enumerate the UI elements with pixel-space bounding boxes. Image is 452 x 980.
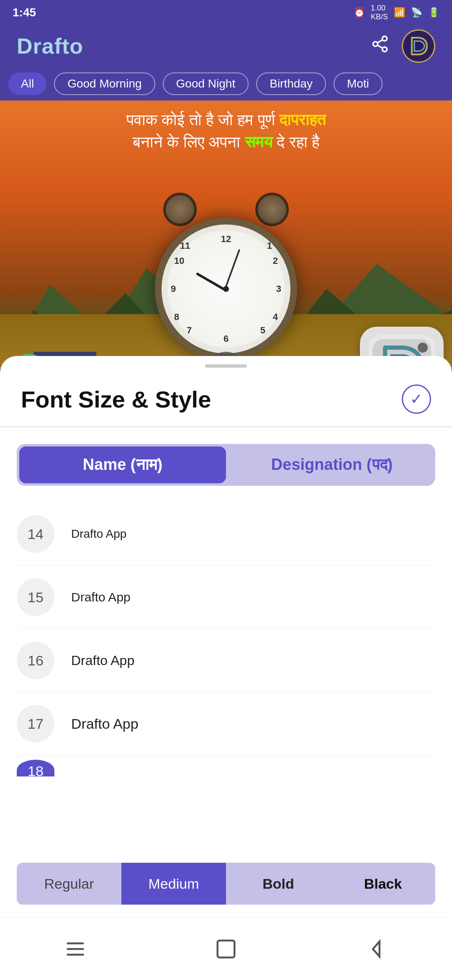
status-icons: ⏰ 1.00KB/S 📶 📡 🔋 — [354, 4, 439, 21]
alarm-icon: ⏰ — [354, 7, 365, 18]
svg-rect-5 — [405, 33, 432, 59]
svg-point-1 — [373, 42, 378, 46]
wifi-icon: 📶 — [394, 7, 405, 18]
clock-body: 12 1 3 6 9 11 2 4 5 7 8 10 — [155, 218, 297, 360]
cat-tab-moti[interactable]: Moti — [334, 72, 383, 95]
cat-tab-good-morning[interactable]: Good Morning — [54, 72, 155, 95]
svg-line-4 — [378, 40, 383, 43]
font-size-item-16[interactable]: 16 Drafto App — [17, 629, 435, 692]
network-icon: 1.00KB/S — [371, 4, 388, 21]
app-title: Drafto — [17, 34, 83, 59]
hindi-text-overlay: पवाक कोई तो है जो हम पूर्ण दापराहत बनाने… — [0, 101, 452, 162]
font-size-item-14[interactable]: 14 Drafto App — [17, 503, 435, 566]
font-size-badge-18: 18 — [17, 760, 54, 776]
style-tabs: Name (नाम) Designation (पद) — [17, 444, 435, 486]
style-btn-regular[interactable]: Regular — [17, 863, 121, 905]
sheet-divider — [0, 426, 452, 427]
bottom-sheet: Font Size & Style ✓ Name (नाम) Designati… — [0, 356, 452, 980]
cat-tab-birthday[interactable]: Birthday — [256, 72, 326, 95]
signal-icon: 📡 — [411, 7, 422, 18]
confirm-button[interactable]: ✓ — [402, 384, 431, 414]
font-preview-17: Drafto App — [71, 716, 139, 732]
svg-rect-15 — [218, 940, 235, 957]
font-size-item-17[interactable]: 17 Drafto App — [17, 692, 435, 756]
sheet-title: Font Size & Style — [21, 386, 211, 413]
hindi-line2: बनाने के लिए अपना समय दे रहा है — [17, 131, 435, 153]
status-bar: 1:45 ⏰ 1.00KB/S 📶 📡 🔋 — [0, 0, 452, 25]
clock-bell-left — [163, 193, 197, 226]
svg-point-0 — [383, 36, 387, 41]
cat-tab-all[interactable]: All — [8, 72, 46, 95]
style-btn-medium[interactable]: Medium — [121, 863, 226, 905]
tab-designation[interactable]: Designation (पद) — [229, 444, 435, 486]
app-bar-icons — [371, 29, 435, 63]
font-size-badge-15: 15 — [17, 578, 54, 616]
font-size-item-18-partial[interactable]: 18 — [17, 756, 435, 776]
category-bar: All Good Morning Good Night Birthday Mot… — [0, 67, 452, 101]
tab-name[interactable]: Name (नाम) — [19, 446, 226, 483]
font-size-badge-14: 14 — [17, 515, 54, 553]
font-size-list: 14 Drafto App 15 Drafto App 16 Drafto Ap… — [0, 503, 452, 776]
clock: 12 1 3 6 9 11 2 4 5 7 8 10 — [146, 184, 306, 360]
font-preview-16: Drafto App — [71, 653, 134, 668]
hindi-line1: पवाक कोई तो है जो हम पूर्ण दापराहत — [17, 109, 435, 131]
nav-back-icon[interactable] — [365, 938, 388, 960]
svg-point-10 — [418, 343, 428, 353]
share-icon[interactable] — [371, 35, 389, 57]
svg-point-2 — [383, 47, 387, 52]
clock-minute-hand — [224, 249, 240, 289]
battery-icon: 🔋 — [428, 7, 439, 18]
sheet-header: Font Size & Style ✓ — [0, 368, 452, 426]
font-preview-14: Drafto App — [71, 527, 126, 541]
nav-bar — [0, 917, 452, 980]
font-size-item-15[interactable]: 15 Drafto App — [17, 566, 435, 629]
style-btn-black[interactable]: Black — [331, 863, 435, 905]
avatar[interactable] — [402, 29, 435, 63]
font-size-badge-17: 17 — [17, 705, 54, 743]
cat-tab-good-night[interactable]: Good Night — [163, 72, 249, 95]
status-time: 1:45 — [13, 6, 36, 19]
font-size-badge-16: 16 — [17, 642, 54, 679]
nav-menu-icon[interactable] — [64, 938, 87, 960]
font-preview-15: Drafto App — [71, 590, 131, 604]
clock-face: 12 1 3 6 9 11 2 4 5 7 8 10 — [167, 230, 285, 348]
nav-home-icon[interactable] — [215, 938, 237, 960]
app-bar: Drafto — [0, 25, 452, 67]
svg-marker-16 — [373, 941, 380, 957]
sheet-handle — [205, 364, 247, 368]
clock-center — [223, 286, 229, 292]
clock-hour-hand — [196, 272, 226, 291]
clock-bell-right — [255, 193, 289, 226]
style-btn-bold[interactable]: Bold — [226, 863, 331, 905]
style-buttons: Regular Medium Bold Black — [0, 863, 452, 905]
svg-line-3 — [378, 45, 383, 48]
